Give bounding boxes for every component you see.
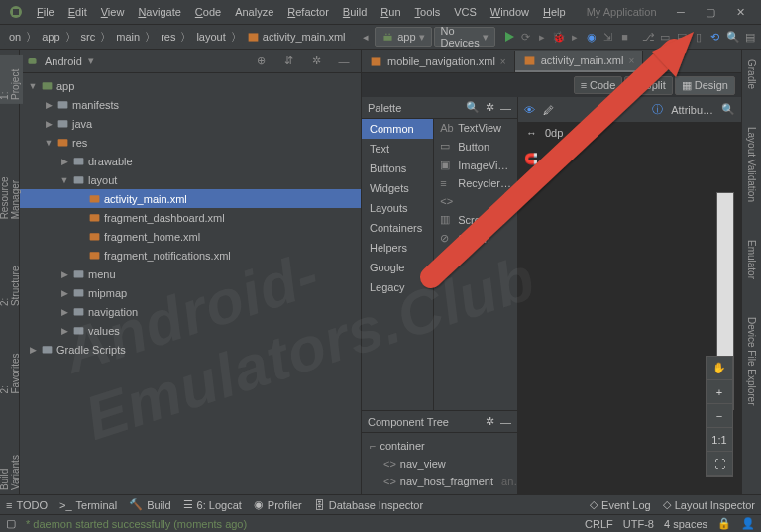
split-view-button[interactable]: ◫Split [624,76,672,95]
left-gutter-tab[interactable]: Resource Manager [0,134,23,223]
component-tree-node[interactable]: <>nav_view [362,455,517,473]
bottom-tab[interactable]: ≡TODO [6,499,48,511]
target-icon[interactable]: ⊕ [250,52,272,71]
zoom-button[interactable]: − [707,404,732,428]
stop-button[interactable]: ■ [617,27,632,47]
right-gutter-tab[interactable]: Emulator [744,236,759,283]
tree-node[interactable]: ▶drawable [20,152,361,170]
settings-icon[interactable]: ✲ [305,52,327,71]
search-icon[interactable]: 🔍 [466,101,480,114]
menu-refactor[interactable]: Refactor [280,3,336,21]
palette-category[interactable]: Buttons [362,159,433,178]
component-tree-body[interactable]: ⌐container<>nav_view<>nav_host_fragmenta… [362,433,517,494]
palette-category[interactable]: Text [362,139,433,159]
menu-view[interactable]: View [94,3,132,21]
eye-icon[interactable]: 👁 [524,104,535,116]
palette-category[interactable]: Containers [362,218,433,238]
back-button[interactable]: ◂ [359,27,374,47]
tree-node[interactable]: activity_main.xml [20,189,361,208]
minimize-button[interactable]: ─ [674,5,688,19]
right-gutter-tab[interactable]: Gradle [744,55,759,93]
text-cursor-icon[interactable]: 𝙸 [524,174,532,187]
device-icon[interactable]: ▯ [691,27,706,47]
breadcrumb-item[interactable]: main [111,29,145,45]
pan-icon[interactable]: ↔ [526,127,537,139]
project-tree[interactable]: ▼app▶manifests▶java▼res▶drawable▼layouta… [20,73,361,494]
bug-button[interactable]: 🐞 [551,27,566,47]
menu-analyze[interactable]: Analyze [228,3,280,21]
line-ending-label[interactable]: CRLF [585,518,613,530]
palette-category[interactable]: Google [362,258,433,277]
zoom-button[interactable]: + [707,380,732,404]
expand-icon[interactable]: ⇵ [277,52,299,71]
breadcrumb-item[interactable]: res [156,29,180,45]
zoom-button[interactable]: ✋ [707,357,732,380]
breadcrumb-item[interactable]: activity_main.xml [242,29,351,46]
bottom-tab[interactable]: 🔨Build [129,498,170,511]
hide-icon[interactable]: — [333,52,355,71]
palette-item[interactable]: AbTextView [434,119,517,137]
code-view-button[interactable]: ≡Code [574,76,623,94]
sync-button[interactable]: ⟲ [707,27,722,47]
bulletin-button[interactable]: ▤ [742,27,757,47]
breadcrumb-item[interactable]: src [76,29,101,45]
bottom-tab[interactable]: ☰6: Logcat [183,498,242,511]
magnet-icon[interactable]: 🧲 [524,153,538,165]
right-gutter-tab[interactable]: Layout Validation [744,123,759,206]
palette-category[interactable]: Widgets [362,178,433,198]
menu-tools[interactable]: Tools [408,3,448,21]
canvas-body[interactable]: ↔ 0dp 🧲 𝙸 ✋+−1:1⛶ [518,123,741,494]
palette-category[interactable]: Helpers [362,238,433,258]
editor-tab[interactable]: mobile_navigation.xml× [362,51,515,72]
avd-button[interactable]: ▭ [658,27,673,47]
bottom-tab[interactable]: ◇Event Log [590,498,651,511]
tree-node[interactable]: ▶Gradle Scripts [20,340,361,359]
zoom-button[interactable]: ⛶ [707,452,732,476]
menu-code[interactable]: Code [188,3,228,21]
menu-navigate[interactable]: Navigate [131,3,187,21]
palette-item[interactable]: ▥ScrollVi… [434,210,517,229]
design-view-button[interactable]: ▦Design [675,76,735,95]
tree-node[interactable]: ▶menu [20,265,361,283]
debug-button[interactable]: ⟳ [518,27,533,47]
left-gutter-tab[interactable]: 1: Project [0,55,23,104]
attach-button[interactable]: ⇲ [600,27,615,47]
breadcrumb-item[interactable]: on [4,29,26,45]
bottom-tab[interactable]: ◉Profiler [254,498,302,511]
tree-node[interactable]: fragment_notifications.xml [20,246,361,265]
editor-tab[interactable]: activity_main.xml× [515,51,644,72]
tree-node[interactable]: ▶navigation [20,302,361,321]
run-button[interactable] [501,27,516,47]
palette-categories[interactable]: CommonTextButtonsWidgetsLayoutsContainer… [362,119,434,410]
tree-node[interactable]: fragment_home.xml [20,227,361,246]
menu-build[interactable]: Build [336,3,374,21]
palette-item[interactable]: ▭Button [434,137,517,156]
gear-icon[interactable]: ✲ [486,101,494,114]
tree-node[interactable]: ▶mipmap [20,283,361,302]
info-icon[interactable]: ⓘ [652,102,663,117]
palette-category[interactable]: Layouts [362,198,433,218]
hide-icon[interactable]: — [500,102,511,114]
tree-node[interactable]: fragment_dashboard.xml [20,208,361,227]
encoding-label[interactable]: UTF-8 [623,518,654,530]
sdk-button[interactable]: ⬓ [675,27,690,47]
orientation-icon[interactable]: 🖉 [543,104,554,116]
bottom-tab[interactable]: ◇Layout Inspector [663,498,755,511]
zoom-button[interactable]: 1:1 [707,428,732,452]
right-gutter-tab[interactable]: Device File Explorer [744,313,759,409]
maximize-button[interactable]: ▢ [704,5,717,19]
tree-node[interactable]: ▼layout [20,170,361,189]
bottom-tab[interactable]: 🗄Database Inspector [314,499,423,511]
menu-help[interactable]: Help [536,3,573,21]
device-dropdown[interactable]: No Devices▾ [434,27,495,47]
palette-category[interactable]: Common [362,119,433,139]
search-button[interactable]: 🔍 [726,27,741,47]
close-button[interactable]: ✕ [733,5,747,19]
palette-category[interactable]: Legacy [362,277,433,297]
palette-item[interactable]: ⊘Switch [434,229,517,248]
project-view-label[interactable]: Android [45,55,82,67]
coverage-button[interactable]: ▸ [568,27,583,47]
tree-node[interactable]: ▶java [20,114,361,133]
tree-node[interactable]: ▶values [20,321,361,340]
search-icon[interactable]: 🔍 [721,103,735,116]
